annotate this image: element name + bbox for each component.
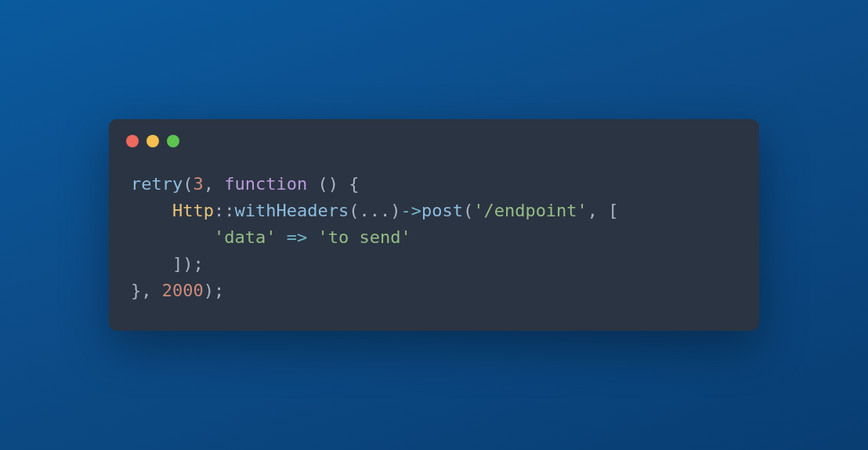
close-brace: },	[131, 281, 162, 300]
close-bracket: ]);	[172, 254, 204, 274]
indent	[131, 227, 214, 247]
fn-retry: retry	[131, 174, 183, 194]
method-post: post	[421, 201, 463, 220]
scope: ::	[214, 201, 235, 220]
rest: () {	[307, 174, 359, 194]
str-endpoint: '/endpoint'	[473, 201, 588, 220]
indent	[131, 201, 172, 220]
indent	[131, 254, 172, 274]
dots: ...	[359, 201, 390, 220]
kw-function: function	[224, 174, 307, 194]
paren: (	[183, 174, 193, 194]
rest: );	[204, 281, 225, 300]
arg-2000: 2000	[162, 281, 204, 300]
code-window: retry(3, function () { Http::withHeaders…	[109, 119, 759, 331]
code-block: retry(3, function () { Http::withHeaders…	[109, 155, 759, 331]
zoom-icon[interactable]	[167, 135, 179, 147]
arg-3: 3	[193, 174, 203, 194]
paren: (	[349, 201, 359, 220]
arrow-op: ->	[400, 201, 421, 220]
minimize-icon[interactable]	[146, 135, 159, 147]
titlebar	[109, 119, 759, 155]
class-http: Http	[172, 201, 214, 220]
paren: (	[463, 201, 473, 220]
method-withheaders: withHeaders	[234, 201, 349, 220]
fat-arrow: =>	[276, 227, 317, 247]
close-icon[interactable]	[126, 135, 139, 147]
rest: , [	[588, 201, 619, 220]
str-val: 'to send'	[317, 227, 410, 247]
paren: )	[390, 201, 400, 220]
comma: ,	[204, 174, 225, 194]
str-key: 'data'	[214, 227, 276, 247]
